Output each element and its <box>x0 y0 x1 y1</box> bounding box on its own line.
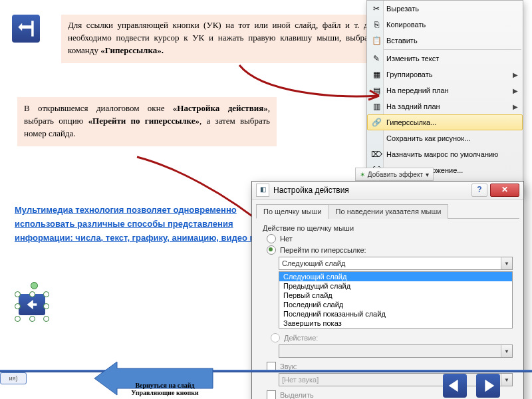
selected-action-button-shape[interactable] <box>15 287 49 322</box>
option-hyperlink[interactable]: Перейти по гиперссылке: <box>267 245 513 255</box>
arrow-to-context-menu <box>235 60 388 106</box>
list-item[interactable]: Следующий слайд <box>279 272 512 281</box>
context-menu-item[interactable]: 📋Вставить <box>367 33 523 49</box>
submenu-arrow-icon: ▶ <box>513 71 518 78</box>
nav-next-button[interactable] <box>476 374 500 398</box>
action-combo: ▼ <box>279 344 513 358</box>
dialog-title: Настройка действия <box>273 186 471 195</box>
chevron-down-icon: ▼ <box>501 257 512 269</box>
return-arrow-label: Вернуться на слайд Управляющие кнопки <box>125 382 205 396</box>
context-menu[interactable]: ✂Вырезать⎘Копировать📋Вставить✎Изменить т… <box>366 0 523 195</box>
context-menu-item[interactable]: Сохранить как рисунок... <box>367 130 523 146</box>
list-item[interactable]: Первый слайд <box>279 291 512 300</box>
nav-back-top-button[interactable] <box>12 15 40 43</box>
chevron-down-icon: ▾ <box>426 171 429 178</box>
list-item[interactable]: Последний показанный слайд <box>279 309 512 319</box>
action-settings-dialog: ◧ Настройка действия ? ✕ По щелчку мыши … <box>251 181 524 399</box>
rotate-handle[interactable] <box>31 282 38 289</box>
instruction-box-1: Для ссылки управляющей кнопки (УК) на то… <box>61 15 379 63</box>
footer-tag: ия) <box>0 372 27 384</box>
group-label: Действие по щелчку мыши <box>263 224 513 232</box>
context-menu-item[interactable]: 🔗Гиперссылка... <box>367 114 523 130</box>
dialog-close-button[interactable]: ✕ <box>490 184 519 197</box>
para1-bold: «Гиперссылка». <box>100 45 164 55</box>
option-none[interactable]: Нет <box>267 234 513 243</box>
slide-footer-bar <box>0 370 532 372</box>
hyperlink-target-list[interactable]: Следующий слайдПредыдущий слайдПервый сл… <box>279 271 513 329</box>
list-item[interactable]: Последний слайд <box>279 300 512 309</box>
context-menu-item[interactable]: ▤На передний план▶ <box>367 82 523 98</box>
nav-prev-button[interactable] <box>443 374 467 398</box>
list-item[interactable]: Предыдущий слайд <box>279 281 512 291</box>
submenu-arrow-icon: ▶ <box>513 87 518 94</box>
context-menu-item[interactable]: ✎Изменить текст <box>367 51 523 66</box>
context-menu-item[interactable]: ▦Группировать▶ <box>367 66 523 82</box>
dialog-icon: ◧ <box>256 184 269 197</box>
menu-icon: ⌦ <box>370 148 382 160</box>
context-menu-item[interactable]: ▥На задний план▶ <box>367 98 523 114</box>
context-menu-item[interactable]: ⎘Копировать <box>367 17 523 33</box>
menu-icon: 📋 <box>370 35 382 47</box>
star-icon: ✶ <box>360 171 365 178</box>
dialog-help-button[interactable]: ? <box>471 184 487 197</box>
menu-icon: ✂ <box>370 3 382 15</box>
option-action: Действие: <box>271 333 318 342</box>
tab-on-hover[interactable]: По наведении указателя мыши <box>329 204 449 219</box>
menu-icon: 🔗 <box>370 116 382 128</box>
submenu-arrow-icon: ▶ <box>513 103 518 110</box>
context-menu-item[interactable]: ✂Вырезать <box>367 1 523 17</box>
hyperlink-combo[interactable]: Следующий слайд▼ <box>279 257 513 270</box>
add-effect-dropdown[interactable]: ✶ Добавить эффект ▾ <box>355 168 434 181</box>
tab-on-click[interactable]: По щелчку мыши <box>256 204 329 219</box>
list-item[interactable]: Завершить показ <box>279 319 512 328</box>
context-menu-item[interactable]: ⌦Назначить макрос по умолчанию <box>367 146 523 162</box>
menu-icon: ⎘ <box>370 19 382 31</box>
